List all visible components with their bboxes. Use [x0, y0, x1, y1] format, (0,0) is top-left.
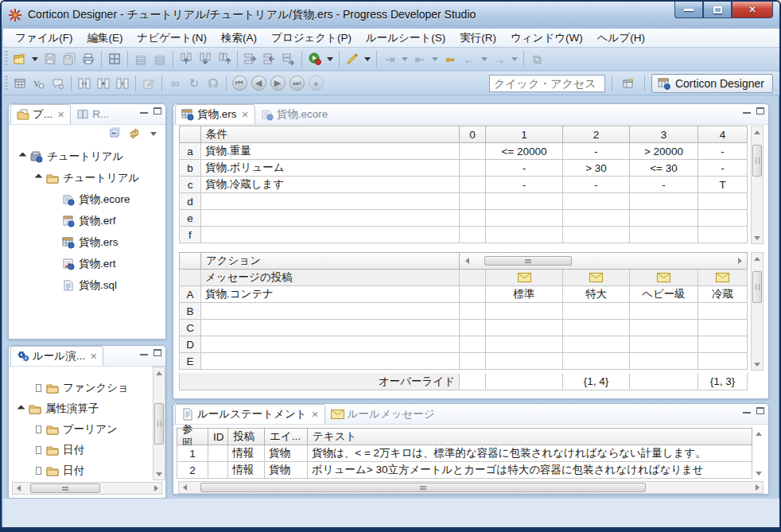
clear-highlight-icon[interactable]: ● [306, 74, 325, 93]
action-row-label[interactable]: C [179, 320, 201, 336]
action-sub-header[interactable]: メッセージの投稿 [201, 270, 460, 286]
action-cell[interactable]: 特大 [563, 286, 630, 303]
cond-cell[interactable] [460, 210, 486, 227]
layout-grid-icon[interactable] [105, 49, 124, 68]
new-wizard-icon[interactable]: ⧉ [527, 49, 546, 68]
cond-name-cell[interactable]: 貨物.ボリューム [201, 160, 460, 177]
last-rule-icon[interactable]: ⏭ [287, 74, 306, 93]
cond-name-cell[interactable]: 貨物.重量 [201, 143, 460, 160]
action-cell[interactable] [486, 353, 563, 370]
cond-name-cell[interactable] [201, 227, 460, 243]
next-annotation-icon[interactable]: ⇤ [410, 49, 429, 68]
first-rule-icon[interactable]: ⏮ [230, 74, 249, 93]
action-cell[interactable] [460, 320, 486, 336]
action-cell[interactable] [630, 303, 698, 320]
collapse-col-icon[interactable] [113, 74, 132, 93]
col-post[interactable]: 投稿 [228, 428, 265, 445]
override-cell[interactable] [486, 373, 563, 390]
col-header-1[interactable]: 1 [486, 126, 563, 143]
tree-item-ers[interactable]: 貨物.ers [18, 231, 165, 253]
cond-row-label[interactable]: e [179, 210, 201, 227]
minimize-button[interactable] [674, 2, 703, 18]
cond-cell[interactable] [460, 143, 486, 160]
cond-cell[interactable]: <= 20000 [486, 143, 563, 160]
envelope-icon[interactable] [486, 270, 563, 286]
tree-item-boolean[interactable]: ブーリアン [9, 419, 153, 440]
run-dropdown-icon[interactable] [327, 57, 333, 61]
cond-cell[interactable]: - [698, 143, 748, 160]
action-cell[interactable] [563, 320, 630, 336]
maximize-button[interactable] [703, 2, 732, 18]
save-all-icon[interactable] [60, 49, 79, 68]
cond-cell[interactable] [460, 177, 486, 193]
insert-col-right-icon[interactable] [260, 49, 279, 68]
cond-cell[interactable]: <= 30 [630, 160, 698, 177]
cond-cell[interactable]: > 20000 [630, 143, 698, 160]
collapsed-arrow-icon[interactable] [37, 385, 41, 391]
col-header-0[interactable]: 0 [460, 126, 486, 143]
action-cell[interactable] [698, 353, 748, 370]
override-cell[interactable]: {1, 3} [698, 373, 748, 390]
stmt-post[interactable]: 情報 [228, 445, 265, 462]
expanded-arrow-icon[interactable] [18, 153, 26, 161]
cond-cell[interactable] [630, 210, 698, 227]
tab-cargo-ecore[interactable]: 貨物.ecore [255, 104, 334, 124]
action-cell[interactable] [630, 353, 698, 370]
menu-window[interactable]: ウィンドウ(W) [503, 29, 590, 48]
stmt-text[interactable]: 貨物は、< = 2万キロは、標準的な容器に包装されなければならない計量します。 [308, 445, 752, 462]
cond-row-label[interactable]: c [179, 177, 201, 193]
edit-cell-icon[interactable] [139, 74, 158, 93]
cond-cell[interactable] [460, 193, 486, 210]
tree-item-date2[interactable]: 日付 [9, 460, 153, 480]
action-cell[interactable] [486, 303, 563, 320]
operators-horizontal-scrollbar[interactable] [12, 482, 162, 495]
maximize-view-icon[interactable] [153, 349, 161, 356]
maximize-view-icon[interactable] [756, 107, 764, 115]
cond-cell[interactable] [486, 227, 563, 243]
save-icon[interactable] [41, 49, 60, 68]
minimize-view-icon[interactable] [140, 107, 148, 114]
forward-icon[interactable]: → [490, 49, 509, 68]
action-cell[interactable] [486, 336, 563, 353]
action-cell[interactable] [460, 303, 486, 320]
action-name-cell[interactable] [201, 353, 460, 370]
forward-dropdown-icon[interactable] [511, 57, 518, 61]
action-name-cell[interactable] [201, 303, 460, 320]
action-cell[interactable]: 標準 [486, 286, 563, 303]
maximize-view-icon[interactable] [756, 407, 764, 414]
cond-cell[interactable]: - [486, 160, 563, 177]
cond-cell[interactable] [698, 210, 748, 227]
add-comment-icon[interactable] [49, 74, 68, 93]
rulesheet-icon[interactable] [10, 74, 29, 93]
highlight-dropdown-icon[interactable] [364, 57, 371, 61]
stmt-id[interactable] [208, 462, 228, 479]
col-alias[interactable]: エイ... [265, 428, 308, 445]
new-icon[interactable] [10, 49, 29, 68]
action-cell[interactable]: ヘビー級 [630, 286, 698, 303]
insert-col-end-icon[interactable] [279, 49, 298, 68]
back-icon[interactable]: ← [460, 49, 479, 68]
cond-cell[interactable] [630, 227, 698, 243]
cond-cell[interactable]: - [698, 160, 748, 177]
menu-edit[interactable]: 編集(E) [80, 29, 130, 48]
cond-cell[interactable]: > 30 [563, 160, 630, 177]
annotation-dropdown-icon[interactable] [432, 57, 438, 61]
col-text[interactable]: テキスト [308, 428, 752, 445]
back-yellow-icon[interactable]: ⬅ [441, 49, 460, 68]
cond-cell[interactable]: - [486, 177, 563, 193]
minimize-view-icon[interactable] [743, 107, 751, 114]
statements-horizontal-scrollbar[interactable] [178, 481, 764, 494]
tab-rule-operators[interactable]: ルール演... ✕ [10, 346, 103, 366]
cond-cell[interactable] [563, 227, 630, 243]
action-cell[interactable] [563, 336, 630, 353]
col-ref[interactable]: 参照 [177, 428, 208, 445]
stmt-alias[interactable]: 貨物 [265, 462, 308, 479]
insert-row-above-icon[interactable] [177, 49, 196, 68]
menu-run[interactable]: 実行(R) [453, 29, 503, 48]
back-dropdown-icon[interactable] [481, 57, 488, 61]
tab-rule-explorer[interactable]: R... [71, 104, 115, 124]
tree-item-ecore[interactable]: 貨物.ecore [18, 188, 165, 210]
menu-search[interactable]: 検索(A) [214, 29, 264, 48]
insert-row-below-icon[interactable] [196, 49, 215, 68]
tab-rule-statements[interactable]: ルールステートメント ✕ [175, 404, 325, 424]
